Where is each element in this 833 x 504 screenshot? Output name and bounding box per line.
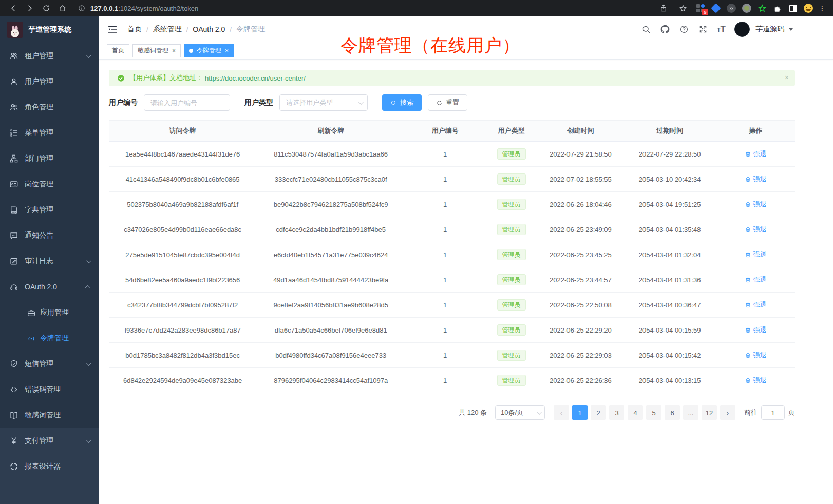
table-row: 54d6be82ee5a460a9aedc1f9bf223656 49d1aa4…	[109, 267, 795, 293]
force-logout-button[interactable]: 强退	[745, 175, 767, 184]
breadcrumb-system[interactable]: 系统管理	[153, 25, 182, 34]
sidebar-item-post[interactable]: 岗位管理	[0, 171, 99, 197]
sidebar-item-menu[interactable]: 菜单管理	[0, 120, 99, 146]
force-logout-button[interactable]: 强退	[745, 149, 767, 159]
page-size-select[interactable]: 10条/页	[495, 405, 545, 420]
force-logout-button[interactable]: 强退	[745, 325, 767, 335]
user-type-select[interactable]: 请选择用户类型	[279, 94, 368, 111]
alert-close-icon[interactable]: ×	[785, 74, 789, 81]
sidebar-item-pay[interactable]: 支付管理	[0, 428, 99, 454]
sidebar-item-tenant[interactable]: 租户管理	[0, 43, 99, 69]
site-info-icon[interactable]	[77, 2, 86, 14]
sidebar-item-oauth2-app[interactable]: 应用管理	[0, 300, 99, 325]
sidebar-item-dict[interactable]: 字典管理	[0, 197, 99, 223]
sidebar-item-label: 角色管理	[25, 103, 53, 112]
chevron-down-icon[interactable]	[789, 28, 793, 31]
pager-page-3[interactable]: 3	[609, 405, 624, 420]
sidebar-collapse-icon[interactable]	[107, 24, 118, 35]
tab-close-icon[interactable]: ×	[172, 48, 176, 54]
cell-user-id: 1	[405, 217, 485, 242]
pager-page-6[interactable]: 6	[665, 405, 680, 420]
github-icon[interactable]	[660, 24, 670, 34]
force-logout-button[interactable]: 强退	[745, 376, 767, 385]
extension-split-icon[interactable]	[788, 3, 798, 13]
extension-badge: 9	[702, 9, 708, 15]
sidebar-item-label: OAuth 2.0	[25, 283, 57, 291]
force-logout-button[interactable]: 强退	[745, 225, 767, 234]
browser-home-icon[interactable]	[55, 2, 70, 14]
extension-puzzle-icon[interactable]	[772, 3, 783, 13]
tab-0[interactable]: 首页	[107, 44, 129, 57]
pager-ellipsis[interactable]: ...	[683, 405, 698, 420]
bookmark-star-icon[interactable]	[676, 2, 690, 14]
force-logout-button[interactable]: 强退	[745, 250, 767, 259]
reset-button[interactable]: 重置	[428, 94, 467, 111]
extension-gem-icon[interactable]	[711, 3, 721, 13]
address-bar[interactable]: 127.0.0.1:1024/system/oauth2/token	[77, 2, 654, 14]
cell-refresh-token: 49d1aa46d1454fbd87591444423be9fa	[256, 267, 405, 292]
trash-icon	[745, 176, 751, 183]
user-name[interactable]: 芋道源码	[755, 25, 784, 34]
cell-user-id: 1	[405, 318, 485, 342]
browser-forward-icon[interactable]	[23, 2, 37, 14]
sidebar-item-oauth2[interactable]: OAuth 2.0	[0, 274, 99, 300]
font-size-icon[interactable]: TT	[717, 24, 726, 34]
tab-close-icon[interactable]: ×	[225, 48, 229, 54]
help-icon[interactable]	[679, 24, 689, 34]
browser-back-icon[interactable]	[6, 2, 21, 14]
breadcrumb-oauth2[interactable]: OAuth 2.0	[193, 25, 225, 33]
browser-menu-icon[interactable]: ⋮	[819, 4, 826, 12]
menu-icon	[9, 128, 18, 138]
pager-page-12[interactable]: 12	[702, 405, 717, 420]
cell-expire-time: 2054-03-10 20:42:34	[623, 167, 716, 191]
force-logout-button[interactable]: 强退	[745, 275, 767, 284]
table-header-row: 访问令牌刷新令牌用户编号用户类型创建时间过期时间操作	[109, 121, 795, 142]
tab-2[interactable]: 令牌管理 ×	[184, 44, 234, 57]
sidebar-item-oauth2-token[interactable]: 令牌管理	[0, 325, 99, 351]
goto-page-input[interactable]	[761, 405, 785, 420]
force-logout-button[interactable]: 强退	[745, 300, 767, 309]
trash-icon	[745, 201, 751, 208]
search-button[interactable]: 搜索	[382, 94, 422, 111]
extension-record-icon[interactable]	[742, 3, 752, 13]
user-id-input[interactable]	[144, 94, 230, 111]
extension-grid-icon[interactable]: 9	[695, 3, 706, 13]
cell-action: 强退	[716, 318, 795, 342]
sidebar-item-audit[interactable]: 审计日志	[0, 248, 99, 274]
pager-page-2[interactable]: 2	[591, 405, 606, 420]
tab-1[interactable]: 敏感词管理 ×	[132, 44, 181, 57]
sidebar-item-notice[interactable]: 通知公告	[0, 223, 99, 248]
cell-user-type: 管理员	[485, 192, 538, 217]
extension-command-icon[interactable]	[726, 3, 736, 13]
force-logout-button[interactable]: 强退	[745, 200, 767, 209]
sidebar-item-sensword[interactable]: 敏感词管理	[0, 402, 99, 428]
sidebar-item-report[interactable]: 报表设计器	[0, 454, 99, 479]
avatar[interactable]	[734, 22, 750, 37]
alert-doc-link[interactable]: https://doc.iocoder.cn/user-center/	[205, 74, 306, 82]
table-row: f9336e7c7dd242a283ee98dc86b17a87 dfa6c71…	[109, 318, 795, 343]
cell-user-id: 1	[405, 343, 485, 367]
sidebar-item-user[interactable]: 用户管理	[0, 69, 99, 94]
pager-page-4[interactable]: 4	[628, 405, 643, 420]
user-type-badge: 管理员	[497, 299, 526, 311]
extension-star-icon[interactable]	[757, 3, 767, 13]
fullscreen-icon[interactable]	[698, 24, 708, 34]
sidebar-item-role[interactable]: 角色管理	[0, 94, 99, 120]
force-logout-button[interactable]: 强退	[745, 351, 767, 360]
sidebar-item-label: 支付管理	[25, 436, 53, 445]
search-icon[interactable]	[641, 24, 651, 34]
trash-icon	[745, 251, 751, 258]
column-header-3: 用户类型	[485, 121, 538, 141]
pager-prev-button[interactable]: ‹	[554, 405, 569, 420]
breadcrumb-home[interactable]: 首页	[127, 25, 142, 34]
sidebar-item-errcode[interactable]: 错误码管理	[0, 377, 99, 402]
extension-emoji-icon[interactable]	[803, 3, 813, 13]
share-icon[interactable]	[656, 2, 671, 14]
pager-page-1[interactable]: 1	[572, 405, 588, 420]
sidebar-item-dept[interactable]: 部门管理	[0, 146, 99, 171]
pager-page-5[interactable]: 5	[646, 405, 661, 420]
sidebar-item-sms[interactable]: 短信管理	[0, 351, 99, 377]
url-host: 127.0.0.1	[90, 5, 118, 12]
pager-next-button[interactable]: ›	[720, 405, 735, 420]
browser-reload-icon[interactable]	[39, 2, 53, 14]
